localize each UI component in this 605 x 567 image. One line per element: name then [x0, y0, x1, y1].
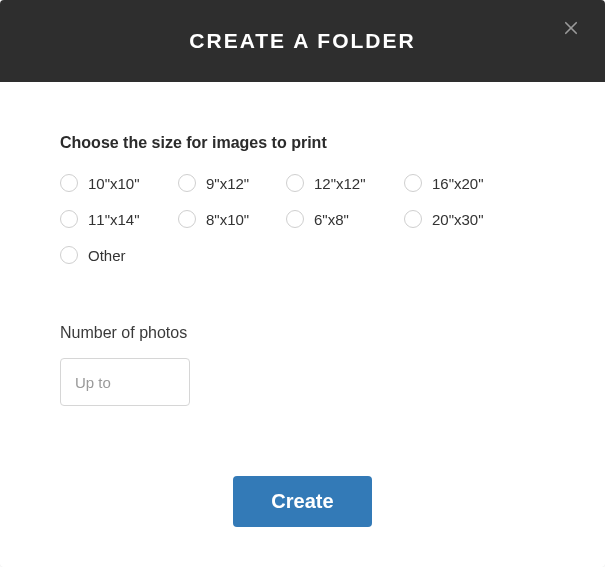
size-option-6x8[interactable]: 6"x8"	[286, 210, 396, 228]
size-option-16x20[interactable]: 16"x20"	[404, 174, 514, 192]
size-option-10x10[interactable]: 10"x10"	[60, 174, 170, 192]
size-radio-group: 10"x10" 9"x12" 12"x12" 16"x20" 11"x14" 8…	[60, 174, 545, 264]
modal-title: CREATE A FOLDER	[189, 29, 415, 53]
radio-icon	[178, 210, 196, 228]
radio-label: 6"x8"	[314, 211, 349, 228]
size-option-12x12[interactable]: 12"x12"	[286, 174, 396, 192]
radio-label: Other	[88, 247, 126, 264]
radio-icon	[286, 210, 304, 228]
create-folder-modal: CREATE A FOLDER Choose the size for imag…	[0, 0, 605, 567]
modal-footer: Create	[0, 476, 605, 567]
close-icon	[562, 19, 580, 37]
photo-count-label: Number of photos	[60, 324, 545, 342]
radio-icon	[60, 246, 78, 264]
close-button[interactable]	[557, 14, 585, 42]
size-option-8x10[interactable]: 8"x10"	[178, 210, 278, 228]
radio-icon	[178, 174, 196, 192]
radio-label: 8"x10"	[206, 211, 249, 228]
radio-label: 16"x20"	[432, 175, 484, 192]
radio-label: 10"x10"	[88, 175, 140, 192]
size-option-9x12[interactable]: 9"x12"	[178, 174, 278, 192]
create-button[interactable]: Create	[233, 476, 371, 527]
radio-label: 20"x30"	[432, 211, 484, 228]
size-option-11x14[interactable]: 11"x14"	[60, 210, 170, 228]
radio-label: 9"x12"	[206, 175, 249, 192]
radio-label: 12"x12"	[314, 175, 366, 192]
modal-body: Choose the size for images to print 10"x…	[0, 82, 605, 476]
photo-count-input[interactable]	[60, 358, 190, 406]
radio-icon	[286, 174, 304, 192]
modal-header: CREATE A FOLDER	[0, 0, 605, 82]
radio-icon	[404, 210, 422, 228]
size-option-20x30[interactable]: 20"x30"	[404, 210, 514, 228]
radio-icon	[60, 174, 78, 192]
size-option-other[interactable]: Other	[60, 246, 170, 264]
radio-label: 11"x14"	[88, 211, 140, 228]
radio-icon	[60, 210, 78, 228]
size-section-label: Choose the size for images to print	[60, 134, 545, 152]
radio-icon	[404, 174, 422, 192]
